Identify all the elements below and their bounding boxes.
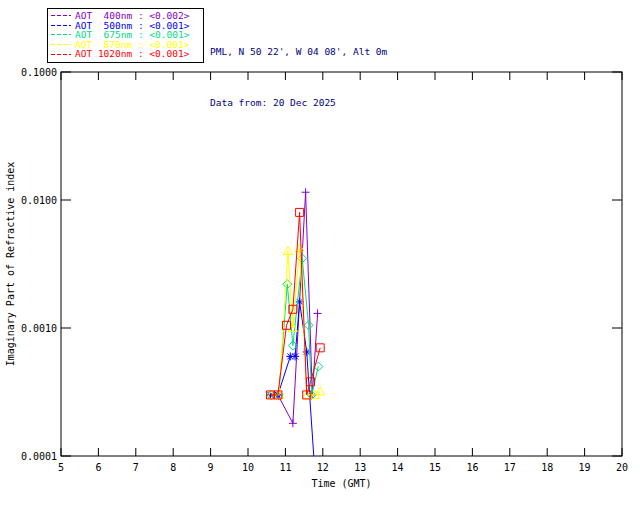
y-tick-label: 0.0100 xyxy=(21,195,57,206)
x-tick-label: 18 xyxy=(541,462,553,473)
x-tick-label: 9 xyxy=(208,462,214,473)
chart-plot-area: 5678910111213141516171819200.10000.01000… xyxy=(0,0,640,512)
x-tick-label: 8 xyxy=(170,462,176,473)
x-tick-label: 14 xyxy=(392,462,404,473)
x-tick-label: 15 xyxy=(429,462,441,473)
y-tick-label: 0.0001 xyxy=(21,451,57,462)
x-tick-label: 10 xyxy=(242,462,254,473)
x-tick-label: 12 xyxy=(317,462,329,473)
x-tick-label: 7 xyxy=(133,462,139,473)
y-axis-title: Imaginary Part of Refractive index xyxy=(5,162,16,367)
x-tick-label: 5 xyxy=(58,462,64,473)
x-tick-label: 6 xyxy=(95,462,101,473)
x-tick-label: 17 xyxy=(504,462,516,473)
y-tick-label: 0.1000 xyxy=(21,67,57,78)
x-tick-label: 11 xyxy=(279,462,291,473)
x-tick-label: 16 xyxy=(466,462,478,473)
x-tick-label: 13 xyxy=(354,462,366,473)
x-tick-label: 20 xyxy=(616,462,628,473)
x-tick-label: 19 xyxy=(579,462,591,473)
series-line xyxy=(270,192,317,423)
aot-refractive-index-plot: AOT 400nm : <0.002>AOT 500nm : <0.001>AO… xyxy=(0,0,640,512)
x-axis-title: Time (GMT) xyxy=(311,478,371,489)
y-tick-label: 0.0010 xyxy=(21,323,57,334)
axes-frame xyxy=(61,72,622,456)
